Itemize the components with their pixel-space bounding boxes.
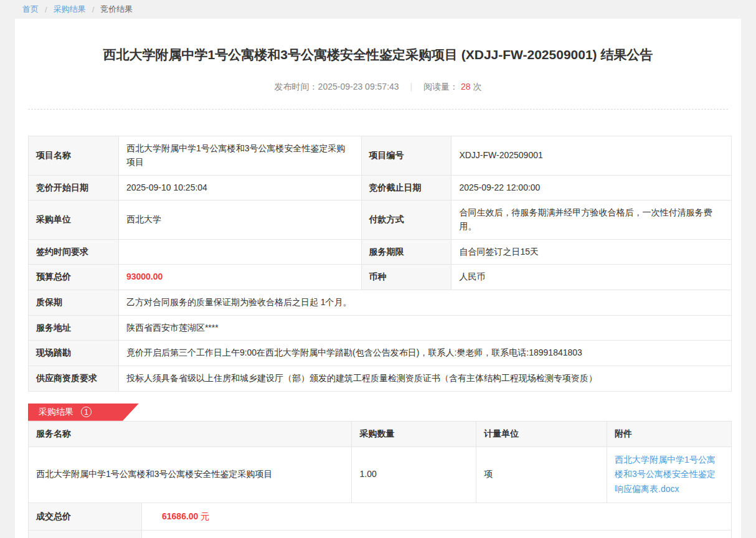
deal-summary-table: 成交总价 61686.00 元 成交供应商 西安五和建筑科技咨询有限公司 质保及… <box>28 503 732 538</box>
deal-total-price-value: 61686.00 元 <box>142 503 732 530</box>
meta-line: 发布时间：2025-09-23 09:57:43 | 阅读量： 28 次 <box>28 82 728 93</box>
service-period-label: 服务期限 <box>361 239 451 265</box>
purchaser-label: 采购单位 <box>29 201 119 239</box>
table-row: 项目名称 西北大学附属中学1号公寓楼和3号公寓楼安全性鉴定采购项目 项目编号 X… <box>29 136 732 175</box>
supplier-qualification-value: 投标人须具备省级以上住房和城乡建设厅（部）颁发的建筑工程质量检测资质证书（含有主… <box>118 366 731 392</box>
views-unit: 次 <box>473 82 481 92</box>
project-name-value: 西北大学附属中学1号公寓楼和3号公寓楼安全性鉴定采购项目 <box>118 136 361 175</box>
announcement-card: 西北大学附属中学1号公寓楼和3号公寓楼安全性鉴定采购项目 (XDJJ-FW-20… <box>15 19 741 538</box>
table-row: 签约时间要求 服务期限 自合同签订之日15天 <box>29 239 732 265</box>
deal-total-price-label: 成交总价 <box>29 503 142 530</box>
site-visit-value: 竟价开启后第三个工作日上午9:00在西北大学附属中学踏勘(包含公告发布日)，联系… <box>118 341 731 366</box>
project-info-table: 项目名称 西北大学附属中学1号公寓楼和3号公寓楼安全性鉴定采购项目 项目编号 X… <box>28 136 732 392</box>
budget-total-label: 预算总价 <box>29 265 119 290</box>
page-title: 西北大学附属中学1号公寓楼和3号公寓楼安全性鉴定采购项目 (XDJJ-FW-20… <box>28 19 728 63</box>
header-divider-line <box>28 109 728 110</box>
site-visit-label: 现场踏勘 <box>29 341 119 366</box>
publish-time-label: 发布时间： <box>275 82 318 92</box>
table-row: 现场踏勘 竟价开启后第三个工作日上午9:00在西北大学附属中学踏勘(包含公告发布… <box>29 341 732 366</box>
procurement-result-table: 服务名称 采购数量 计量单位 附件 西北大学附属中学1号公寓楼和3号公寓楼安全性… <box>28 421 732 503</box>
payment-method-value: 合同生效后，待服务期满并经甲方验收合格后，一次性付清服务费用。 <box>451 201 732 239</box>
service-name-header: 服务名称 <box>29 421 352 446</box>
signing-time-value <box>118 239 361 265</box>
bid-deadline-label: 竞价截止日期 <box>361 175 451 201</box>
attachment-docx-link[interactable]: 西北大学附属中学1号公寓楼和3号公寓楼安全性鉴定响应偏离表.docx <box>615 455 716 494</box>
purchaser-value: 西北大学 <box>118 201 361 239</box>
publish-time-value: 2025-09-23 09:57:43 <box>318 82 399 92</box>
procurement-result-badge: 采购结果 1 <box>28 404 139 421</box>
project-name-label: 项目名称 <box>29 136 119 175</box>
supplier-qualification-label: 供应商资质要求 <box>29 366 119 392</box>
meta-divider: | <box>410 82 413 92</box>
procurement-result-badge-label: 采购结果 <box>39 407 73 418</box>
winning-supplier-value: 西安五和建筑科技咨询有限公司 <box>142 530 732 538</box>
views-label: 阅读量： <box>423 82 458 92</box>
table-row: 西北大学附属中学1号公寓楼和3号公寓楼安全性鉴定采购项目 1.00 项 西北大学… <box>29 446 732 503</box>
table-row: 采购单位 西北大学 付款方式 合同生效后，待服务期满并经甲方验收合格后，一次性付… <box>29 201 732 239</box>
service-period-value: 自合同签订之日15天 <box>451 239 732 265</box>
warranty-period-label: 质保期 <box>29 290 119 316</box>
breadcrumb-home-link[interactable]: 首页 <box>22 4 39 15</box>
views-count: 28 <box>461 82 471 92</box>
quantity-header: 采购数量 <box>352 421 476 446</box>
attachment-header: 附件 <box>607 421 732 446</box>
table-row: 服务地址 陕西省西安市莲湖区**** <box>29 315 732 341</box>
table-row: 预算总价 93000.00 币种 人民币 <box>29 265 732 290</box>
currency-label: 币种 <box>361 265 451 290</box>
breadcrumb-separator: / <box>45 5 47 14</box>
table-row: 成交总价 61686.00 元 <box>29 503 732 530</box>
table-row: 成交供应商 西安五和建筑科技咨询有限公司 <box>29 530 732 538</box>
unit-cell: 项 <box>476 446 607 503</box>
table-header-row: 服务名称 采购数量 计量单位 附件 <box>29 421 732 446</box>
signing-time-label: 签约时间要求 <box>29 239 119 265</box>
warranty-period-value: 乙方对合同服务的质量保证期为验收合格后之日起 1个月。 <box>118 290 731 316</box>
breadcrumb-separator: / <box>92 5 95 14</box>
service-address-label: 服务地址 <box>29 315 119 341</box>
winning-supplier-label: 成交供应商 <box>29 530 142 538</box>
bid-start-label: 竞价开始日期 <box>29 175 119 201</box>
deal-total-price-amount: 61686.00 <box>162 511 198 521</box>
table-row: 供应商资质要求 投标人须具备省级以上住房和城乡建设厅（部）颁发的建筑工程质量检测… <box>29 366 732 392</box>
breadcrumb-current-bidding-results: 竞价结果 <box>100 4 133 15</box>
budget-total-value: 93000.00 <box>118 265 361 290</box>
payment-method-label: 付款方式 <box>361 201 451 239</box>
breadcrumb-procurement-results-link[interactable]: 采购结果 <box>54 4 86 15</box>
unit-header: 计量单位 <box>476 421 607 446</box>
table-row: 竞价开始日期 2025-09-10 10:25:04 竞价截止日期 2025-0… <box>29 175 732 201</box>
badge-number-circle: 1 <box>81 407 92 417</box>
project-number-value: XDJJ-FW-202509001 <box>451 136 732 175</box>
bid-deadline-value: 2025-09-22 12:00:00 <box>451 175 732 201</box>
service-name-cell: 西北大学附属中学1号公寓楼和3号公寓楼安全性鉴定采购项目 <box>29 446 352 503</box>
currency-value: 人民币 <box>451 265 732 290</box>
breadcrumb: 首页 / 采购结果 / 竞价结果 <box>0 0 756 19</box>
bid-start-value: 2025-09-10 10:25:04 <box>118 175 361 201</box>
quantity-cell: 1.00 <box>352 446 476 503</box>
service-address-value: 陕西省西安市莲湖区**** <box>118 315 731 341</box>
table-row: 质保期 乙方对合同服务的质量保证期为验收合格后之日起 1个月。 <box>29 290 732 316</box>
deal-total-price-unit: 元 <box>201 511 209 521</box>
project-number-label: 项目编号 <box>361 136 451 175</box>
